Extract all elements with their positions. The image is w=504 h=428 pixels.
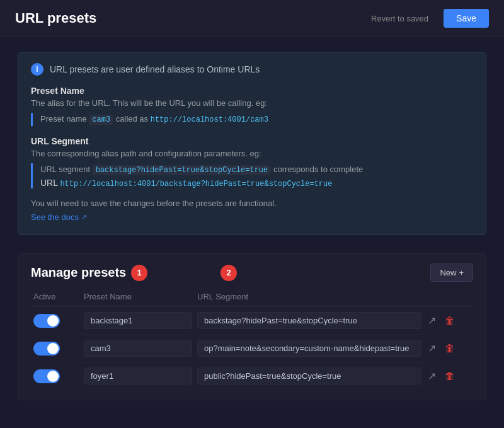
url-segment-cell-wrap: op?main=note&secondary=custom-name&hidep… [197, 340, 427, 357]
preset-name-label: Preset Name [31, 86, 473, 96]
delete-icon-foyer1[interactable]: 🗑 [444, 369, 456, 383]
url-segment-section: URL Segment The corresponding alias path… [31, 136, 473, 188]
toggle-knob [47, 371, 59, 382]
col-url-segment: URL Segment [197, 292, 427, 301]
table-header: Active Preset Name URL Segment [31, 292, 473, 307]
preset-name-example: Preset name cam3 called as http://localh… [31, 113, 473, 126]
info-icon: i [31, 63, 43, 76]
active-toggle-backstage1[interactable] [33, 314, 60, 328]
toggle-cell [33, 342, 84, 356]
main-content: i URL presets are user defined aliases t… [0, 37, 504, 415]
preset-name-code: cam3 [89, 115, 113, 125]
open-link-icon-backstage1[interactable]: ↗ [427, 313, 437, 328]
preset-name-desc: The alias for the URL. This will be the … [31, 98, 473, 108]
new-button-label: New [440, 268, 456, 277]
info-header: i URL presets are user defined aliases t… [31, 63, 473, 76]
table-body: backstage1 backstage?hidePast=true&stopC… [31, 307, 473, 390]
url-segment-example: URL segment backstage?hidePast=true&stop… [31, 163, 473, 188]
table-row: cam3 op?main=note&secondary=custom-name&… [31, 335, 473, 362]
manage-title: Manage presets [31, 265, 126, 280]
revert-button[interactable]: Revert to saved [364, 10, 436, 27]
delete-icon-backstage1[interactable]: 🗑 [444, 314, 456, 328]
url-segment-desc: The corresponding alias path and configu… [31, 149, 473, 158]
url-segment-value: op?main=note&secondary=custom-name&hidep… [197, 340, 421, 357]
page-header: URL presets Revert to saved Save [0, 0, 504, 37]
url-segment-cell-wrap: backstage?hidePast=true&stopCycle=true [197, 312, 427, 329]
manage-header: Manage presets 1 2 New + [31, 263, 473, 282]
row-actions: ↗ 🗑 [427, 313, 471, 328]
external-link-icon: ↗ [81, 213, 87, 221]
preset-name-cell-wrap: backstage1 [84, 312, 197, 329]
open-link-icon-cam3[interactable]: ↗ [427, 341, 437, 356]
row-actions: ↗ 🗑 [427, 341, 471, 356]
toggle-knob [47, 343, 59, 354]
save-note: You will need to save the changes before… [31, 199, 473, 208]
url-segment-example-text: URL segment backstage?hidePast=true&stop… [40, 163, 473, 176]
docs-link[interactable]: See the docs ↗ [31, 212, 87, 222]
preset-name-section: Preset Name The alias for the URL. This … [31, 86, 473, 126]
url-segment-code: backstage?hidePast=true&stopCycle=true [93, 165, 272, 175]
toggle-cell [33, 369, 84, 383]
url-segment-cell-wrap: public?hidePast=true&stopCycle=true [197, 367, 427, 385]
toggle-cell [33, 314, 84, 328]
url-segment-value: public?hidePast=true&stopCycle=true [197, 367, 421, 385]
save-button[interactable]: Save [444, 9, 489, 28]
active-toggle-foyer1[interactable] [33, 369, 60, 383]
toggle-knob [47, 315, 59, 327]
new-button-icon: + [459, 268, 464, 277]
active-toggle-cam3[interactable] [33, 342, 60, 356]
preset-name-example-text: Preset name cam3 called as http://localh… [40, 114, 268, 124]
open-link-icon-foyer1[interactable]: ↗ [427, 369, 437, 383]
new-preset-button[interactable]: New + [430, 263, 473, 282]
badge-1: 1 [131, 265, 147, 281]
badge-2: 2 [220, 265, 237, 281]
url-segment-label: URL Segment [31, 136, 473, 146]
col-actions [427, 292, 471, 301]
row-actions: ↗ 🗑 [427, 369, 471, 383]
manage-title-group: Manage presets 1 2 [31, 265, 237, 281]
info-summary: URL presets are user defined aliases to … [50, 64, 260, 74]
table-row: foyer1 public?hidePast=true&stopCycle=tr… [31, 362, 473, 390]
preset-name-value: backstage1 [84, 312, 192, 329]
header-actions: Revert to saved Save [364, 9, 489, 28]
col-preset-name: Preset Name [84, 292, 197, 301]
url-segment-value: backstage?hidePast=true&stopCycle=true [197, 312, 421, 329]
docs-link-label: See the docs [31, 212, 79, 222]
page-title: URL presets [15, 10, 96, 26]
url-segment-url: http://localhost:4001/backstage?hidePast… [60, 180, 332, 188]
info-box: i URL presets are user defined aliases t… [18, 52, 486, 235]
preset-name-value: foyer1 [84, 367, 192, 385]
delete-icon-cam3[interactable]: 🗑 [444, 342, 456, 356]
preset-name-url: http://localhost:4001/cam3 [151, 115, 268, 124]
manage-section: Manage presets 1 2 New + Active Preset N… [18, 253, 486, 400]
preset-name-value: cam3 [84, 340, 192, 357]
preset-name-cell-wrap: foyer1 [84, 367, 197, 385]
table-row: backstage1 backstage?hidePast=true&stopC… [31, 307, 473, 335]
preset-name-cell-wrap: cam3 [84, 340, 197, 357]
col-active: Active [33, 292, 84, 301]
